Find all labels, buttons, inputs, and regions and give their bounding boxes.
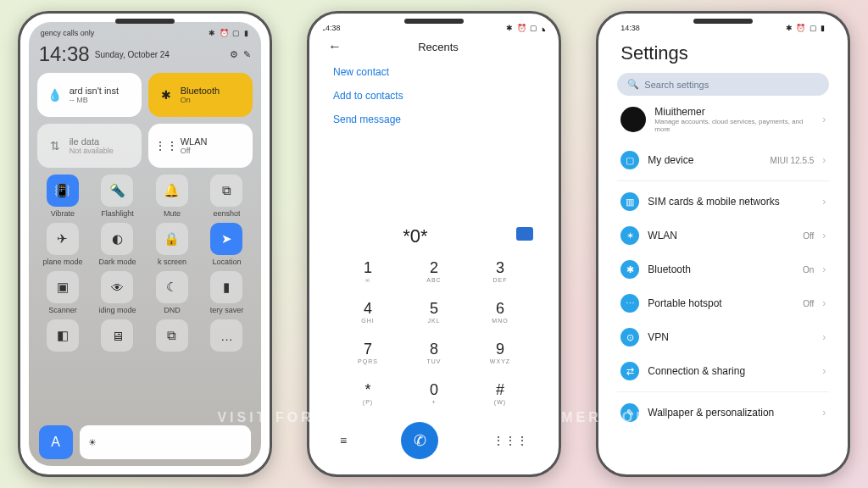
qs-flashlight[interactable]: 🔦Flashlight <box>92 175 143 218</box>
edit-icon[interactable]: ✎ <box>243 49 251 60</box>
qs-icon: 📳 <box>47 175 79 207</box>
control-center-screen: gency calls only ✱ ⏰ ▢ ▮ 14:38 Sunday, O… <box>29 22 261 466</box>
chevron-right-icon: › <box>822 263 826 275</box>
search-settings[interactable]: 🔍 Search settings <box>617 73 829 96</box>
qs-icon: 🔒 <box>156 223 188 255</box>
qs-icon: ▮ <box>210 271 242 303</box>
brightness-slider[interactable]: ☀ <box>80 425 251 459</box>
qs-location[interactable]: ➤Location <box>201 223 253 266</box>
qs-scanner[interactable]: ▣Scanner <box>37 271 89 314</box>
key-#[interactable]: #(W) <box>467 373 533 413</box>
key-5[interactable]: 5JKL <box>401 291 467 332</box>
key-0[interactable]: 0+ <box>401 373 467 413</box>
settings-row-connection-sharing[interactable]: ⇄Connection & sharing› <box>617 354 829 388</box>
cc-header: 14:38 Sunday, October 24 ⚙ ✎ <box>37 39 253 73</box>
qs-icon: 🔦 <box>101 175 133 207</box>
status-bar: gency calls only ✱ ⏰ ▢ ▮ <box>37 27 253 39</box>
qs-tile-15[interactable]: … <box>201 319 253 354</box>
settings-icon[interactable]: ⚙ <box>230 49 238 60</box>
carrier-label: gency calls only <box>41 29 95 37</box>
settings-row-wlan[interactable]: ✶WLANOff› <box>617 219 829 252</box>
qs-icon: ◧ <box>47 319 79 352</box>
qs-label: Flashlight <box>101 209 134 218</box>
row-label: Wallpaper & personalization <box>648 407 814 419</box>
qs-icon: ⧉ <box>210 175 242 207</box>
search-placeholder: Search settings <box>644 80 709 90</box>
qs-k-screen[interactable]: 🔒k screen <box>147 223 198 266</box>
row-label: Bluetooth <box>648 263 794 275</box>
menu-icon[interactable]: ≡ <box>340 434 347 447</box>
status-time: 14:38 <box>321 24 341 32</box>
settings-row-sim-cards-mobile-networks[interactable]: ▥SIM cards & mobile networks› <box>617 185 829 219</box>
font-toggle[interactable]: A <box>39 425 73 459</box>
qs-eenshot[interactable]: ⧉eenshot <box>201 175 253 218</box>
settings-row-wallpaper-personalization[interactable]: ✎Wallpaper & personalization› <box>617 396 829 430</box>
qs-dark-mode[interactable]: ◐Dark mode <box>92 223 143 266</box>
key-*[interactable]: *(P) <box>335 373 401 413</box>
qs-vibrate[interactable]: 📳Vibrate <box>37 175 89 218</box>
search-icon: 🔍 <box>627 79 639 90</box>
row-icon: ▥ <box>620 192 639 211</box>
qs-icon: ✈ <box>47 223 79 255</box>
settings-row-bluetooth[interactable]: ✱BluetoothOn› <box>617 252 829 286</box>
brightness-icon: ☀ <box>88 437 97 448</box>
qs-iding-mode[interactable]: 👁iding mode <box>92 271 143 314</box>
tile-bluetooth[interactable]: ✱ BluetoothOn <box>148 73 253 117</box>
settings-row-portable-hotspot[interactable]: ⋯Portable hotspotOff› <box>617 286 829 320</box>
status-bar: 14:38 ✱ ⏰ ▢ ▮ <box>617 22 829 34</box>
key-1[interactable]: 1∞ <box>335 251 401 291</box>
status-icons: ✱ ⏰ ▢ ▮ <box>786 24 826 32</box>
chevron-right-icon: › <box>822 114 826 125</box>
qs-icon: ☾ <box>156 271 188 303</box>
qs-tery-saver[interactable]: ▮tery saver <box>201 271 253 314</box>
row-label: My device <box>648 154 761 166</box>
water-icon: 💧 <box>46 86 64 104</box>
key-2[interactable]: 2ABC <box>401 251 467 291</box>
status-icons: ✱ ⏰ ▢ ▮ <box>506 24 547 32</box>
key-9[interactable]: 9WXYZ <box>467 332 533 373</box>
qs-label: k screen <box>158 258 186 266</box>
settings-row-my-device[interactable]: ▢My deviceMIUI 12.5.5› <box>617 143 829 177</box>
qs-plane-mode[interactable]: ✈plane mode <box>37 223 89 266</box>
tile-wlan[interactable]: ⋮⋮ WLANOff <box>148 124 253 168</box>
tile-mobile-data[interactable]: ⇅ ile dataNot available <box>37 124 142 168</box>
chevron-right-icon: › <box>822 365 826 377</box>
bluetooth-icon: ✱ <box>157 86 175 104</box>
link-send-message[interactable]: Send message <box>333 114 535 125</box>
key-7[interactable]: 7PQRS <box>335 332 401 373</box>
chevron-right-icon: › <box>822 297 826 309</box>
row-label: Connection & sharing <box>648 365 814 377</box>
row-label: WLAN <box>648 230 794 241</box>
link-new-contact[interactable]: New contact <box>333 66 535 78</box>
key-6[interactable]: 6MNO <box>467 291 533 332</box>
account-row[interactable]: Miuithemer Manage accounts, cloud servic… <box>617 96 829 143</box>
call-button[interactable]: ✆ <box>401 422 438 459</box>
qs-label: DND <box>164 306 181 314</box>
qs-dnd[interactable]: ☾DND <box>147 271 198 314</box>
key-4[interactable]: 4GHI <box>335 291 401 332</box>
qs-tile-12[interactable]: ◧ <box>37 319 89 354</box>
dialpad-toggle-icon[interactable]: ⋮⋮⋮ <box>492 434 528 447</box>
row-icon: ✶ <box>620 226 639 245</box>
qs-tile-13[interactable]: 🖥 <box>92 319 143 354</box>
chevron-right-icon: › <box>822 331 826 343</box>
qs-label: eenshot <box>213 209 240 218</box>
key-3[interactable]: 3DEF <box>467 251 533 291</box>
dialed-number-display: *0* <box>318 219 550 251</box>
settings-row-vpn[interactable]: ⊙VPN› <box>617 320 829 354</box>
qs-tile-14[interactable]: ⧉ <box>147 319 198 354</box>
chevron-right-icon: › <box>822 230 826 241</box>
tile-data-usage[interactable]: 💧 ard isn't inst-- MB <box>37 73 142 117</box>
key-8[interactable]: 8TUV <box>401 332 467 373</box>
backspace-icon[interactable] <box>516 227 533 241</box>
qs-mute[interactable]: 🔔Mute <box>147 175 198 218</box>
row-icon: ✎ <box>620 403 639 422</box>
chevron-right-icon: › <box>822 154 826 166</box>
qs-icon: … <box>210 319 242 352</box>
row-label: SIM cards & mobile networks <box>648 196 814 208</box>
link-add-to-contacts[interactable]: Add to contacts <box>333 90 535 102</box>
qs-icon: ⧉ <box>156 319 188 352</box>
status-time: 14:38 <box>620 24 640 32</box>
row-label: VPN <box>648 331 814 343</box>
qs-icon: ▣ <box>47 271 79 303</box>
